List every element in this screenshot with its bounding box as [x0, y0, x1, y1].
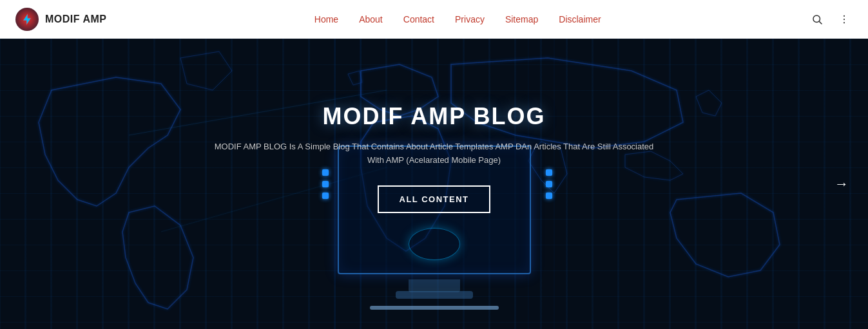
svg-point-1	[813, 15, 820, 23]
logo-area[interactable]: MODIF AMP	[15, 8, 106, 31]
hero-progress-container	[370, 306, 499, 310]
main-nav: Home About Contact Privacy Sitemap Discl…	[314, 14, 601, 24]
globe-inner	[409, 228, 460, 260]
svg-marker-0	[23, 14, 31, 25]
nav-item-sitemap[interactable]: Sitemap	[505, 14, 538, 24]
svg-point-5	[844, 22, 845, 23]
nav-item-home[interactable]: Home	[314, 14, 338, 24]
nav-item-privacy[interactable]: Privacy	[455, 14, 485, 24]
nav-item-about[interactable]: About	[359, 14, 383, 24]
svg-point-4	[844, 19, 845, 20]
hero-cta-button[interactable]: ALL CONTENT	[378, 185, 491, 213]
hero-title: MODIF AMP BLOG	[209, 103, 660, 130]
more-vertical-icon	[838, 14, 850, 25]
search-icon	[811, 14, 823, 25]
hero-progress-bar	[370, 306, 499, 310]
more-menu-button[interactable]	[836, 11, 853, 28]
logo-icon	[15, 8, 39, 31]
nav-item-contact[interactable]: Contact	[403, 14, 434, 24]
monitor-base	[396, 291, 473, 299]
hero-section: MODIF AMP BLOG MODIF AMP BLOG Is A Simpl…	[0, 39, 868, 329]
logo-text: MODIF AMP	[45, 14, 106, 25]
svg-line-2	[819, 21, 822, 24]
svg-point-3	[844, 15, 845, 17]
hero-next-arrow[interactable]: →	[834, 176, 849, 193]
hero-subtitle: MODIF AMP BLOG Is A Simple Blog That Con…	[209, 140, 660, 167]
hero-content: MODIF AMP BLOG MODIF AMP BLOG Is A Simpl…	[183, 103, 686, 213]
site-header: MODIF AMP Home About Contact Privacy Sit…	[0, 0, 868, 39]
monitor-stand	[409, 279, 460, 292]
lightning-icon	[21, 13, 34, 26]
header-icons	[809, 11, 853, 28]
search-button[interactable]	[809, 11, 825, 28]
nav-item-disclaimer[interactable]: Disclaimer	[559, 14, 601, 24]
